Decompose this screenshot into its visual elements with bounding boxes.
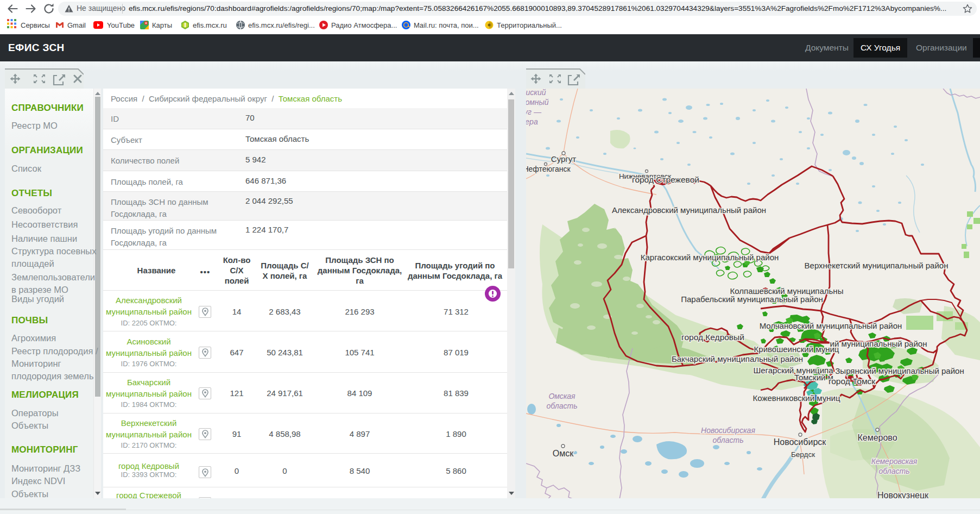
- svg-text:ий муниципальный район: ий муниципальный район: [830, 339, 927, 348]
- svg-text:Сургут: Сургут: [551, 154, 576, 164]
- svg-text:Кемерово: Кемерово: [857, 433, 897, 442]
- svg-text:область: область: [546, 402, 577, 410]
- svg-text:уг —: уг —: [526, 108, 542, 116]
- svg-text:Кемеровская: Кемеровская: [871, 457, 918, 466]
- svg-text:город Томск: город Томск: [829, 377, 875, 386]
- svg-text:Александровский муниципальный: Александровский муниципальный район: [612, 205, 766, 215]
- svg-text:город Стрежевой: город Стрежевой: [632, 175, 699, 184]
- svg-text:Молчановский муниципальный рай: Молчановский муниципальный район: [760, 321, 902, 330]
- svg-text:Кривошеинский муниц: Кривошеинский муниц: [754, 344, 839, 354]
- svg-text:Зырянский муниципальный район: Зырянский муниципальный район: [835, 366, 964, 375]
- svg-text:Каргасокский муниципальный рай: Каргасокский муниципальный район: [641, 253, 779, 262]
- svg-text:Бакчарский муниципальный район: Бакчарский муниципальный район: [672, 354, 803, 363]
- svg-text:Парабельский муниципальный рай: Парабельский муниципальный район: [681, 294, 823, 304]
- svg-text:Нефтеюганск: Нефтеюганск: [526, 165, 571, 173]
- svg-text:омный: омный: [526, 98, 549, 106]
- svg-text:ера: ера: [526, 117, 538, 126]
- svg-text:Новосибирская: Новосибирская: [701, 426, 755, 435]
- svg-text:Бердск: Бердск: [791, 450, 815, 459]
- svg-text:город Кедровый: город Кедровый: [681, 333, 744, 342]
- svg-text:Омская: Омская: [548, 392, 576, 400]
- svg-text:Кожевниковский муниц: Кожевниковский муниц: [753, 393, 840, 403]
- svg-text:область: область: [878, 467, 909, 475]
- svg-text:Верхнекетский муниципальный ра: Верхнекетский муниципальный район: [805, 261, 949, 270]
- svg-text:область: область: [712, 436, 743, 444]
- svg-text:Новосибирск: Новосибирск: [774, 437, 827, 447]
- svg-text:иский: иский: [526, 89, 546, 97]
- svg-text:Омск: Омск: [553, 449, 574, 458]
